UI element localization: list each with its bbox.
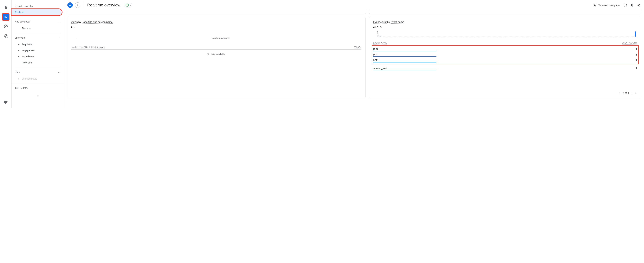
highlighted-rows: CLS1 INP1 LCP1 xyxy=(372,46,638,64)
caret-right-icon: ▸ xyxy=(18,49,22,52)
explore-icon[interactable] xyxy=(2,23,9,30)
chevron-up-icon: ︿ xyxy=(58,36,60,39)
pager: 1 – 4 of 4 ‹ › xyxy=(373,89,637,94)
sidebar-group-life-cycle[interactable]: Life cycle ︿ xyxy=(12,34,64,41)
dimension-page-title[interactable]: Page title and screen name xyxy=(82,20,113,24)
compare-icon[interactable] xyxy=(630,3,634,7)
view-user-snapshot-button[interactable]: View user snapshot xyxy=(593,3,620,7)
svg-rect-4 xyxy=(632,4,633,6)
sidebar-group-label: Life cycle xyxy=(15,36,25,39)
column-header-dimension: PAGE TITLE AND SCREEN NAME xyxy=(71,46,105,49)
no-data-label: No data available xyxy=(80,33,361,43)
sidebar-item-acquisition[interactable]: ▸Acquisition xyxy=(12,41,64,48)
sidebar-group-label: User xyxy=(15,71,20,74)
sidebar-item-retention[interactable]: Retention xyxy=(12,60,64,66)
card-stub xyxy=(369,10,641,14)
sidebar-item-realtime[interactable]: Realtime xyxy=(12,9,62,15)
collapse-sidebar-icon[interactable]: ‹ xyxy=(12,92,64,99)
report-nav-sidebar: Reports snapshot Realtime App developer … xyxy=(12,0,64,108)
reports-icon[interactable] xyxy=(2,14,9,20)
rank-label: #1 - xyxy=(71,26,361,28)
segment-chip-a[interactable]: A xyxy=(68,2,73,8)
views-card: Views by Page title and screen name #1 -… xyxy=(67,17,366,98)
status-dropdown[interactable]: ✓ ▾ xyxy=(124,3,132,8)
sidebar-group-label: App developer xyxy=(15,20,30,23)
sidebar-item-monetization[interactable]: ▸Monetization xyxy=(12,54,64,60)
icon-rail xyxy=(0,0,12,108)
chevron-up-icon: ︿ xyxy=(58,70,60,74)
sidebar-item-engagement[interactable]: ▸Engagement xyxy=(12,48,64,54)
row-bar xyxy=(373,70,436,70)
main-content: A ＋ Realtime overview ✓ ▾ View user snap… xyxy=(64,0,644,108)
svg-point-0 xyxy=(4,25,8,28)
table-row[interactable]: LCP1 xyxy=(373,58,637,62)
add-segment-button[interactable]: ＋ xyxy=(75,2,80,8)
top-event-pct: 25% xyxy=(373,35,381,38)
pager-prev-button[interactable]: ‹ xyxy=(631,91,633,94)
svg-rect-3 xyxy=(631,4,632,6)
top-event-count: 1 xyxy=(373,30,381,35)
sidebar-item-reports-snapshot[interactable]: Reports snapshot xyxy=(12,3,64,9)
metric-event-count[interactable]: Event count xyxy=(373,20,386,24)
share-icon[interactable] xyxy=(637,3,640,7)
svg-point-6 xyxy=(640,4,640,4)
column-header-metric: VIEWS xyxy=(354,46,361,49)
folder-icon xyxy=(15,86,18,90)
column-header-event-name: EVENT NAME xyxy=(373,42,387,44)
dimension-event-name[interactable]: Event name xyxy=(390,20,404,24)
caret-right-icon: ▸ xyxy=(18,77,22,80)
rank-label: #1 CLS xyxy=(373,26,637,28)
card-stub xyxy=(67,10,366,14)
home-icon[interactable] xyxy=(2,4,9,11)
column-header-event-count: EVENT COUNT xyxy=(622,42,637,44)
svg-point-5 xyxy=(638,5,638,6)
table-row[interactable]: INP1 xyxy=(373,52,637,57)
check-circle-icon: ✓ xyxy=(126,4,129,6)
fullscreen-icon[interactable] xyxy=(623,3,627,7)
sidebar-group-app-developer[interactable]: App developer ︿ xyxy=(12,18,64,25)
table-row[interactable]: CLS1 xyxy=(373,46,637,51)
caret-down-icon: ▾ xyxy=(130,4,131,6)
sidebar-item-firebase[interactable]: Firebase xyxy=(12,25,64,31)
caret-right-icon: ▸ xyxy=(18,43,22,46)
svg-point-2 xyxy=(595,4,596,5)
caret-right-icon: ▸ xyxy=(18,55,22,58)
spark-bar xyxy=(635,32,636,36)
chevron-up-icon: ︿ xyxy=(58,20,60,23)
user-snapshot-icon xyxy=(593,3,597,7)
table-row[interactable]: session_start1 xyxy=(373,66,637,70)
row-bar xyxy=(373,62,436,62)
page-title: Realtime overview xyxy=(87,3,120,8)
pager-range: 1 – 4 of 4 xyxy=(619,92,629,94)
metric-views[interactable]: Views xyxy=(71,20,78,24)
sidebar-item-user-attributes[interactable]: ▸User attributes xyxy=(12,76,64,82)
ads-icon[interactable] xyxy=(2,32,9,39)
row-bar xyxy=(373,51,436,51)
page-toolbar: A ＋ Realtime overview ✓ ▾ View user snap… xyxy=(64,0,644,10)
sparkline-chart xyxy=(383,31,637,37)
sidebar-item-library[interactable]: Library xyxy=(12,83,64,92)
pager-next-button[interactable]: › xyxy=(635,91,637,94)
no-data-label: No data available xyxy=(71,50,361,59)
sidebar-group-user[interactable]: User ︿ xyxy=(12,68,64,76)
events-card: Event count by Event name #1 CLS 1 25% xyxy=(369,17,641,98)
svg-point-7 xyxy=(640,6,640,6)
admin-gear-icon[interactable] xyxy=(2,99,9,106)
row-bar xyxy=(373,56,436,57)
